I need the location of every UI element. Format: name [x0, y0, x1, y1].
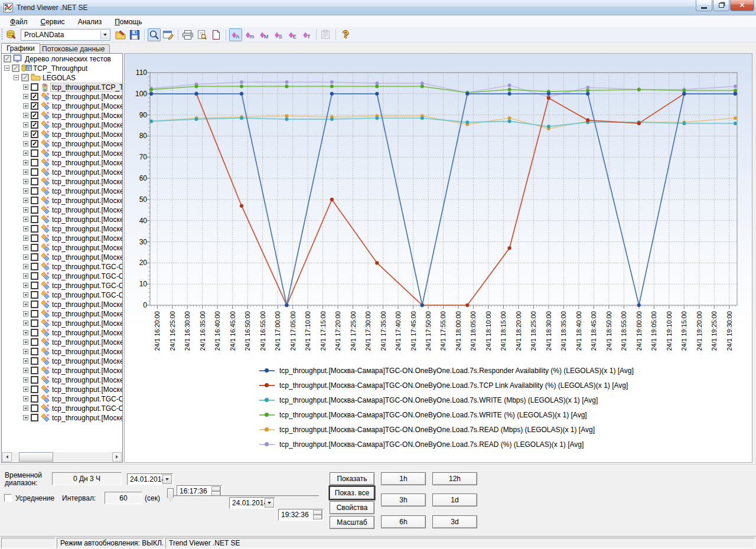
tree-checkbox[interactable] [31, 83, 38, 91]
marker-button-E[interactable]: ♦E [286, 28, 299, 41]
expand-icon[interactable]: + [23, 188, 28, 194]
tree-checkbox[interactable] [31, 319, 38, 327]
scale-slider-track[interactable] [170, 495, 319, 497]
tree-item-label[interactable]: tcp_throughput.[Моске [51, 329, 123, 337]
tree-item-label[interactable]: tcp_throughput.TCP_T [51, 83, 123, 92]
scale-button[interactable]: Масштаб [330, 516, 374, 529]
tree-checkbox[interactable] [31, 187, 38, 195]
tree-checkbox[interactable] [31, 159, 38, 166]
minimize-button[interactable] [696, 0, 712, 11]
preset-button-1h[interactable]: 1h [381, 472, 426, 485]
tab-graphs[interactable]: Графики [1, 43, 40, 53]
expand-icon[interactable]: + [23, 273, 28, 279]
tree-checkbox[interactable] [31, 178, 38, 185]
open-report-button[interactable] [114, 28, 127, 41]
expand-icon[interactable]: + [23, 113, 28, 118]
tree-item-label[interactable]: tcp_throughput.TGC-OI [51, 263, 123, 271]
tree-checkbox[interactable] [31, 395, 38, 403]
help-button[interactable]: ? [339, 28, 352, 41]
expand-icon[interactable]: + [23, 264, 28, 269]
tree-item-label[interactable]: tcp_throughput.[Моске [51, 338, 123, 347]
expand-icon[interactable]: + [23, 160, 28, 165]
tree-checkbox[interactable] [31, 225, 38, 233]
date-from-dropdown[interactable] [162, 475, 172, 484]
preset-button-6h[interactable]: 6h [381, 515, 426, 528]
expand-icon[interactable]: + [23, 321, 28, 326]
expand-icon[interactable]: + [23, 236, 28, 241]
marker-button-m[interactable]: ♦m [243, 28, 256, 41]
expand-icon[interactable]: + [23, 84, 28, 90]
tree-checkbox[interactable]: ✓ [31, 130, 38, 138]
expand-icon[interactable]: + [23, 141, 28, 146]
tree-item-label[interactable]: tcp_throughput.[Моске [51, 376, 123, 384]
tree-item-label[interactable]: tcp_throughput.[Моске [51, 102, 123, 110]
menu-item-analysis[interactable]: Анализ [73, 17, 107, 27]
expand-icon[interactable]: + [23, 283, 28, 288]
tree-checkbox[interactable] [31, 404, 38, 412]
tree-item-label[interactable]: tcp_throughput.TGC-OI [51, 395, 123, 403]
tree-item-label[interactable]: tcp_throughput.[Моске [51, 319, 123, 328]
date-to-dropdown[interactable] [265, 498, 274, 508]
expand-icon[interactable]: + [23, 103, 28, 109]
tree-item-label[interactable]: tcp_throughput.TGC-OI [51, 282, 123, 290]
tree-item-label[interactable]: tcp_throughput.[Моске [51, 206, 123, 214]
date-to-combobox[interactable]: 24.01.2014 [229, 497, 275, 509]
interval-field[interactable]: 60 [105, 492, 142, 504]
tree-checkbox[interactable] [31, 149, 38, 157]
tree-checkbox[interactable] [31, 310, 38, 318]
expand-icon[interactable]: + [23, 349, 28, 354]
time-to-spinbox[interactable]: 19:32:36 [278, 509, 324, 521]
expand-icon[interactable]: + [23, 406, 28, 411]
collapse-icon[interactable]: − [14, 75, 19, 80]
tree-checkbox[interactable] [31, 215, 38, 223]
marker-button-T[interactable]: ♦T [300, 28, 313, 41]
toolbar-grip[interactable] [1, 29, 3, 41]
expand-icon[interactable]: + [23, 151, 28, 156]
close-button[interactable]: ✕ [730, 0, 754, 11]
tree-horizontal-scrollbar[interactable] [2, 452, 122, 462]
show-all-button[interactable]: Показ. все [330, 486, 374, 499]
tree-item-label[interactable]: tcp_throughput.[Моске [51, 367, 123, 375]
tree-checkbox[interactable] [31, 197, 38, 204]
tree-item-label[interactable]: tcp_throughput.[Моске [51, 130, 123, 139]
expand-icon[interactable]: + [23, 358, 28, 364]
tree-checkbox[interactable] [31, 282, 38, 289]
tree-checkbox[interactable]: ✓ [31, 112, 38, 119]
averaging-checkbox[interactable] [4, 494, 12, 502]
expand-icon[interactable]: + [23, 169, 28, 175]
expand-icon[interactable]: + [23, 179, 28, 184]
tree-checkbox[interactable] [31, 253, 38, 261]
tree-checkbox[interactable] [31, 263, 38, 270]
tree-item-label[interactable]: tcp_throughput.[Моске [51, 225, 123, 233]
preset-button-3d[interactable]: 3d [432, 515, 477, 528]
expand-icon[interactable]: + [23, 94, 28, 99]
print-preview-button[interactable] [195, 28, 208, 41]
expand-icon[interactable]: + [23, 396, 28, 401]
menu-item-service[interactable]: Сервис [35, 17, 70, 27]
expand-icon[interactable]: + [23, 302, 28, 307]
tree-checkbox[interactable]: ✓ [31, 102, 38, 110]
expand-icon[interactable]: + [23, 122, 28, 128]
tree-checkbox[interactable] [31, 357, 38, 365]
tree-item-label[interactable]: tcp_throughput.[Моске [51, 159, 123, 167]
tree-checkbox[interactable]: ✓ [21, 74, 29, 81]
tree-item-label[interactable]: tcp_throughput.TGC-OI [51, 291, 123, 299]
tree-checkbox[interactable] [31, 168, 38, 176]
scroll-right-button[interactable] [112, 452, 122, 462]
tree-item-label[interactable]: tcp_throughput.[Моске [51, 234, 123, 243]
tree-checkbox[interactable] [31, 300, 38, 308]
expand-icon[interactable]: + [23, 330, 28, 335]
tree-item-label[interactable]: tcp_throughput.[Моске [51, 140, 123, 148]
tree-checkbox[interactable]: ✓ [31, 121, 38, 129]
collapse-icon[interactable]: − [4, 66, 9, 71]
preset-button-1d[interactable]: 1d [432, 494, 477, 506]
profile-combobox[interactable]: ProLANData [21, 29, 110, 41]
spin-up-button[interactable] [212, 486, 221, 491]
tree-checkbox[interactable]: ✓ [12, 64, 19, 72]
menu-item-help[interactable]: Помощь [109, 17, 147, 27]
tree-checkbox[interactable] [31, 234, 38, 242]
expand-icon[interactable]: + [23, 245, 28, 250]
tree-item-label[interactable]: LEGOLAS [41, 74, 77, 82]
tree-checkbox[interactable] [31, 367, 38, 374]
restore-button[interactable] [713, 0, 729, 11]
